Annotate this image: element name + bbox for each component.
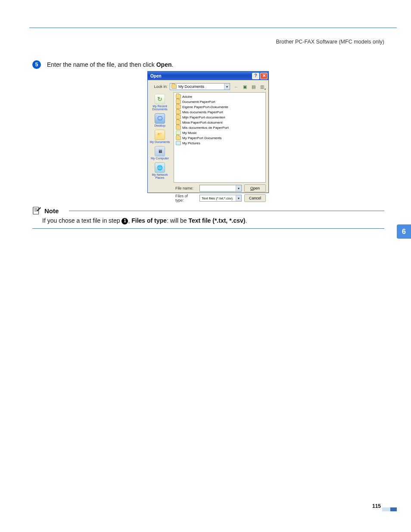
list-item[interactable]: My Pictures [176, 140, 264, 146]
open-underline: O [250, 186, 253, 190]
file-name: My PaperPort Documents [182, 136, 222, 140]
note-top-rule [69, 211, 384, 211]
look-in-select[interactable]: My Documents ▼ [170, 83, 230, 90]
note-title: Note [44, 207, 59, 215]
place-documents[interactable]: My Documents [148, 129, 172, 144]
file-name: Mis documentos de PaperPort [182, 126, 229, 130]
look-in-label: Look in: [150, 84, 168, 89]
step-ref-1: 1 [121, 218, 128, 224]
dialog-titlebar[interactable]: Open ? ✕ [148, 72, 268, 80]
note-bold1: Files of type [131, 217, 167, 224]
list-item[interactable]: Mis documentos de PaperPort [176, 125, 264, 130]
list-item[interactable]: My PaperPort Documents [176, 135, 264, 140]
filetype-label: Files of type: [175, 194, 197, 202]
folder-icon [176, 136, 181, 140]
section-header: Brother PC-FAX Software (MFC models only… [276, 39, 384, 45]
open-rest: pen [253, 186, 260, 190]
filename-input[interactable]: ▼ [199, 185, 242, 192]
list-item[interactable]: Eigene PaperPort-Dokumente [176, 104, 264, 109]
note-bottom-rule [32, 228, 384, 229]
step-prefix: Enter the name of the file, and then cli… [47, 61, 156, 68]
look-in-row: Look in: My Documents ▼ ← ▣ ▤ ▥ [148, 80, 268, 92]
note-suffix: . [246, 217, 247, 224]
folder-icon [176, 94, 181, 99]
note-icon [32, 206, 42, 215]
note-mid2: : will be [167, 217, 189, 224]
folder-icon [176, 100, 181, 104]
step-5: 5 Enter the name of the file, and then c… [32, 60, 173, 69]
desktop-icon [155, 113, 165, 124]
computer-icon [155, 146, 165, 156]
step-suffix: . [171, 61, 173, 68]
list-item[interactable]: Adobe [176, 94, 264, 99]
filetype-value: Text files (*.txt;*.csv) [202, 196, 233, 200]
filetype-row: Files of type: Text files (*.txt;*.csv) … [175, 194, 266, 202]
file-name: Mijn PaperPort-documenten [182, 115, 225, 119]
up-button[interactable]: ▣ [241, 83, 249, 90]
chapter-tab: 6 [397, 224, 411, 239]
music-folder-icon [176, 131, 181, 135]
filename-label: File name: [175, 186, 197, 190]
filetype-select[interactable]: Text files (*.txt;*.csv) ▼ [199, 195, 242, 202]
note-body: If you chose a text file in step 1, File… [42, 216, 384, 225]
list-item[interactable]: My Music [176, 130, 264, 135]
network-icon [155, 162, 165, 173]
place-computer[interactable]: My Computer [148, 145, 172, 161]
page-number: 115 [372, 503, 381, 509]
folder-icon [176, 125, 181, 130]
place-desktop[interactable]: Desktop [148, 112, 172, 128]
chevron-down-icon[interactable]: ▼ [236, 185, 241, 191]
step-bullet: 5 [32, 60, 41, 69]
place-recent[interactable]: My Recent Documents [148, 93, 172, 112]
documents-icon [155, 130, 165, 140]
cancel-button[interactable]: Cancel [244, 194, 266, 202]
list-item[interactable]: Documenti PaperPort [176, 99, 264, 104]
chevron-down-icon[interactable]: ▼ [236, 195, 241, 201]
chevron-down-icon: ▼ [224, 84, 230, 90]
step-bold: Open [156, 61, 172, 68]
close-button[interactable]: ✕ [260, 73, 268, 79]
folder-icon [176, 120, 181, 124]
footer-swatch [382, 507, 397, 511]
place-label: My Network Places [148, 173, 172, 179]
nav-icons: ← ▣ ▤ ▥ [232, 83, 266, 90]
dialog-bottom: File name: ▼ Open Files of type: Text fi… [148, 183, 268, 205]
views-button[interactable]: ▥ [258, 83, 266, 90]
list-item[interactable]: Mes documents PaperPort [176, 109, 264, 115]
place-label: My Recent Documents [148, 105, 172, 111]
help-button[interactable]: ? [252, 73, 259, 79]
filename-row: File name: ▼ Open [175, 184, 266, 192]
file-name: My Pictures [182, 141, 200, 145]
new-folder-button[interactable]: ▤ [249, 83, 257, 90]
file-name: Mes documents PaperPort [182, 110, 223, 114]
top-rule [29, 28, 397, 28]
folder-icon [176, 115, 181, 119]
place-label: My Documents [150, 140, 170, 143]
look-in-value: My Documents [178, 84, 204, 89]
place-network[interactable]: My Network Places [148, 162, 172, 180]
file-name: Adobe [182, 95, 192, 99]
places-bar: My Recent Documents Desktop My Documents… [148, 92, 172, 183]
dialog-body: My Recent Documents Desktop My Documents… [148, 92, 268, 183]
pictures-folder-icon [176, 141, 181, 145]
folder-icon [171, 84, 177, 89]
note-heading: Note [32, 206, 59, 215]
file-list[interactable]: Adobe Documenti PaperPort Eigene PaperPo… [174, 92, 266, 183]
open-button[interactable]: Open [244, 184, 266, 192]
file-name: Mina PaperPort-dokument [182, 121, 222, 124]
place-label: My Computer [151, 157, 169, 160]
file-name: Documenti PaperPort [182, 100, 215, 104]
list-item[interactable]: Mina PaperPort-dokument [176, 120, 264, 125]
back-button[interactable]: ← [232, 83, 240, 90]
folder-icon [176, 110, 181, 114]
note-bold2: Text file (*.txt, *.csv) [188, 217, 245, 224]
open-dialog: Open ? ✕ Look in: My Documents ▼ ← ▣ ▤ ▥… [147, 71, 269, 193]
place-label: Desktop [154, 124, 165, 127]
list-item[interactable]: Mijn PaperPort-documenten [176, 115, 264, 120]
file-name: Eigene PaperPort-Dokumente [182, 105, 228, 109]
note-prefix: If you chose a text file in step [42, 217, 121, 224]
step-text: Enter the name of the file, and then cli… [47, 61, 173, 68]
file-name: My Music [182, 131, 197, 135]
folder-icon [176, 105, 181, 109]
recent-icon [155, 94, 165, 104]
